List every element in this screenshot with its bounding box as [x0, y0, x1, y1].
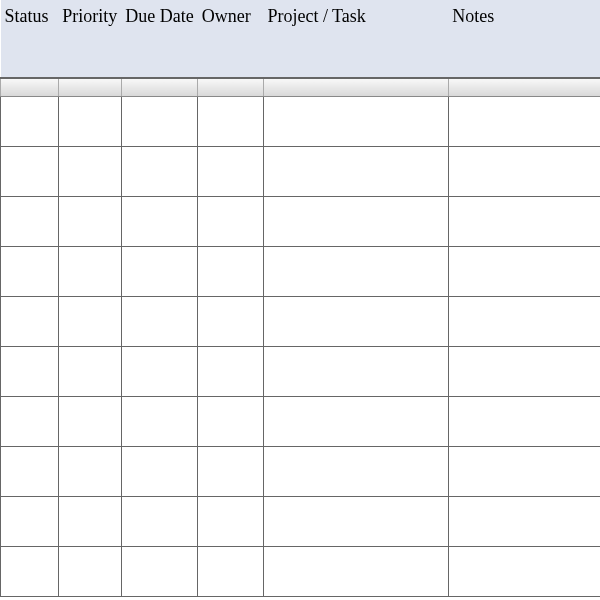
cell-status[interactable] — [1, 446, 59, 496]
column-header-owner[interactable]: Owner — [198, 0, 264, 78]
cell-project[interactable] — [263, 496, 448, 546]
cell-notes[interactable] — [448, 546, 600, 596]
column-header-priority[interactable]: Priority — [58, 0, 121, 78]
table-row — [1, 446, 601, 496]
cell-duedate[interactable] — [121, 446, 197, 496]
cell-status[interactable] — [1, 496, 59, 546]
task-table: Status Priority Due Date Owner Project /… — [0, 0, 600, 597]
cell-project[interactable] — [263, 396, 448, 446]
cell-project[interactable] — [263, 146, 448, 196]
cell-duedate[interactable] — [121, 396, 197, 446]
cell-priority[interactable] — [58, 346, 121, 396]
cell-status[interactable] — [1, 146, 59, 196]
cell-owner[interactable] — [198, 496, 264, 546]
cell-notes[interactable] — [448, 446, 600, 496]
table-row — [1, 346, 601, 396]
filter-cell-notes[interactable] — [448, 78, 600, 96]
filter-cell-project[interactable] — [263, 78, 448, 96]
table-row — [1, 196, 601, 246]
cell-notes[interactable] — [448, 296, 600, 346]
cell-notes[interactable] — [448, 246, 600, 296]
cell-owner[interactable] — [198, 246, 264, 296]
cell-duedate[interactable] — [121, 96, 197, 146]
cell-status[interactable] — [1, 96, 59, 146]
table-row — [1, 546, 601, 596]
cell-owner[interactable] — [198, 146, 264, 196]
cell-owner[interactable] — [198, 296, 264, 346]
cell-notes[interactable] — [448, 346, 600, 396]
cell-priority[interactable] — [58, 246, 121, 296]
cell-duedate[interactable] — [121, 246, 197, 296]
cell-owner[interactable] — [198, 396, 264, 446]
table-row — [1, 296, 601, 346]
cell-duedate[interactable] — [121, 496, 197, 546]
column-header-project[interactable]: Project / Task — [263, 0, 448, 78]
table-row — [1, 246, 601, 296]
filter-cell-duedate[interactable] — [121, 78, 197, 96]
cell-priority[interactable] — [58, 446, 121, 496]
cell-duedate[interactable] — [121, 546, 197, 596]
cell-priority[interactable] — [58, 296, 121, 346]
cell-project[interactable] — [263, 196, 448, 246]
cell-priority[interactable] — [58, 196, 121, 246]
cell-project[interactable] — [263, 96, 448, 146]
column-header-status[interactable]: Status — [1, 0, 59, 78]
cell-status[interactable] — [1, 196, 59, 246]
cell-priority[interactable] — [58, 96, 121, 146]
cell-owner[interactable] — [198, 196, 264, 246]
cell-project[interactable] — [263, 546, 448, 596]
cell-duedate[interactable] — [121, 296, 197, 346]
cell-owner[interactable] — [198, 96, 264, 146]
table-row — [1, 146, 601, 196]
cell-notes[interactable] — [448, 96, 600, 146]
cell-duedate[interactable] — [121, 146, 197, 196]
cell-owner[interactable] — [198, 546, 264, 596]
cell-owner[interactable] — [198, 346, 264, 396]
cell-priority[interactable] — [58, 146, 121, 196]
cell-status[interactable] — [1, 296, 59, 346]
cell-status[interactable] — [1, 246, 59, 296]
cell-status[interactable] — [1, 346, 59, 396]
column-header-notes[interactable]: Notes — [448, 0, 600, 78]
cell-project[interactable] — [263, 246, 448, 296]
table-row — [1, 96, 601, 146]
table-header-row: Status Priority Due Date Owner Project /… — [1, 0, 601, 78]
cell-notes[interactable] — [448, 146, 600, 196]
cell-priority[interactable] — [58, 396, 121, 446]
table-row — [1, 496, 601, 546]
cell-notes[interactable] — [448, 496, 600, 546]
cell-owner[interactable] — [198, 446, 264, 496]
cell-project[interactable] — [263, 446, 448, 496]
cell-duedate[interactable] — [121, 346, 197, 396]
table-filter-row — [1, 78, 601, 96]
filter-cell-status[interactable] — [1, 78, 59, 96]
cell-notes[interactable] — [448, 196, 600, 246]
cell-project[interactable] — [263, 346, 448, 396]
table-body — [1, 96, 601, 596]
cell-priority[interactable] — [58, 496, 121, 546]
table-row — [1, 396, 601, 446]
cell-status[interactable] — [1, 396, 59, 446]
filter-cell-priority[interactable] — [58, 78, 121, 96]
cell-duedate[interactable] — [121, 196, 197, 246]
column-header-duedate[interactable]: Due Date — [121, 0, 197, 78]
cell-priority[interactable] — [58, 546, 121, 596]
task-table-container: Status Priority Due Date Owner Project /… — [0, 0, 600, 600]
cell-notes[interactable] — [448, 396, 600, 446]
cell-project[interactable] — [263, 296, 448, 346]
filter-cell-owner[interactable] — [198, 78, 264, 96]
cell-status[interactable] — [1, 546, 59, 596]
